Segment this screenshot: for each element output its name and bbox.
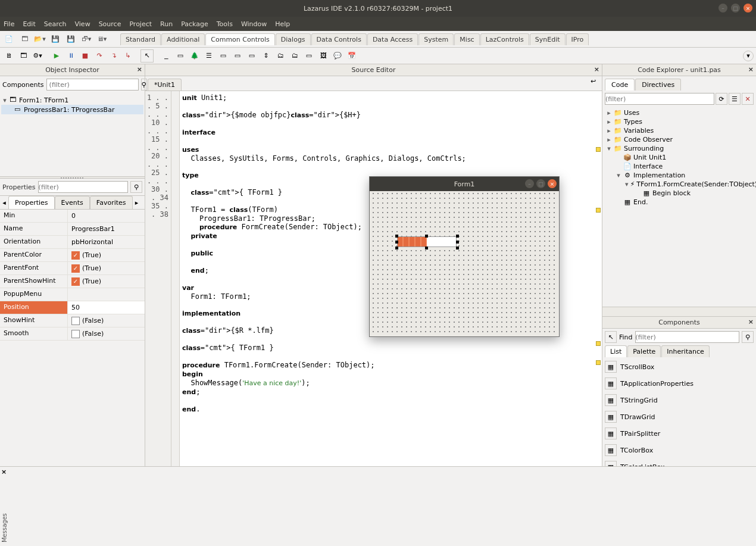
tab-ipro[interactable]: IPro (566, 33, 589, 45)
menu-project[interactable]: Project (129, 20, 152, 28)
ce-node[interactable]: ▸📁Types (605, 117, 754, 126)
comp-coolbar-icon[interactable]: ▭ (245, 49, 258, 63)
ce-node[interactable]: ▸📁Code Observer (605, 135, 754, 144)
tab-standard[interactable]: Standard (120, 33, 161, 45)
messages-close-icon[interactable]: × (1, 468, 7, 476)
component-item[interactable]: ▦TDrawGrid (604, 408, 755, 425)
designer-progressbar[interactable] (397, 236, 457, 247)
tab-data-access[interactable]: Data Access (367, 33, 418, 45)
sel-handle-sw[interactable] (395, 247, 398, 249)
build-mode-icon[interactable]: 🖥▾ (95, 33, 108, 46)
menu-run[interactable]: Run (160, 20, 173, 28)
comp-pagecontrol-icon[interactable]: 🗂 (274, 49, 287, 63)
ce-node[interactable]: ▸📁Uses (605, 108, 754, 117)
ce-node[interactable]: ▾⚡TForm1.FormCreate(Sender:TObject) (605, 180, 754, 189)
menu-package[interactable]: Package (181, 20, 208, 28)
prop-row-name[interactable]: NameProgressBar1 (0, 223, 145, 236)
step-into-icon[interactable]: ↴ (107, 49, 120, 63)
ce-refresh-icon[interactable]: ⟳ (716, 93, 727, 105)
tree-node-form1[interactable]: Form1: TForm1 (19, 96, 68, 104)
pause-icon[interactable]: ⏸ (64, 49, 77, 63)
prop-row-showhint[interactable]: ShowHint(False) (0, 314, 145, 327)
form-designer-window[interactable]: Form1 – □ × (369, 176, 560, 337)
proptab-left-icon[interactable]: ◂ (0, 196, 8, 209)
comp-headercontrol-icon[interactable]: ▭ (302, 49, 315, 63)
menu-search[interactable]: Search (44, 20, 67, 28)
step-over-icon[interactable]: ↷ (93, 49, 106, 63)
close-icon[interactable]: × (743, 4, 752, 13)
tab-misc[interactable]: Misc (454, 33, 479, 45)
palette-pointer-icon[interactable]: ↖ (140, 49, 154, 63)
run-icon[interactable]: ▶ (50, 49, 63, 63)
component-item[interactable]: ▦TApplicationProperties (604, 375, 755, 392)
comp-updown-icon[interactable]: ⇕ (260, 49, 273, 63)
save-all-icon[interactable]: 💾 (64, 33, 77, 46)
ce-node[interactable]: 📦Unit Unit1 (605, 153, 754, 162)
messages-panel[interactable]: × Messages (0, 466, 756, 546)
ce-clear-icon[interactable]: ✕ (742, 93, 754, 105)
tab-additional[interactable]: Additional (161, 33, 205, 45)
menu-window[interactable]: Window (241, 20, 267, 28)
tree-node-progressbar1[interactable]: ProgressBar1: TProgressBar (24, 106, 114, 114)
ce-tab-code[interactable]: Code (605, 79, 635, 91)
sel-handle-se[interactable] (456, 247, 459, 249)
menu-edit[interactable]: Edit (23, 20, 35, 28)
components-panel-close-icon[interactable]: × (748, 318, 754, 326)
tab-synedit[interactable]: SynEdit (530, 33, 566, 45)
comp-trackbar-icon[interactable]: ⎯ (160, 49, 173, 63)
ce-node[interactable]: ▾⚙Implementation (605, 171, 754, 180)
source-editor-close-icon[interactable]: × (594, 65, 599, 73)
ce-node[interactable]: ▦End. (605, 198, 754, 207)
components-filter-input[interactable] (46, 79, 139, 91)
comp-datetimepicker-icon[interactable]: 📅 (345, 49, 358, 63)
prop-row-min[interactable]: Min0 (0, 210, 145, 223)
ce-node[interactable]: ▸📁Variables (605, 126, 754, 135)
ce-tab-directives[interactable]: Directives (635, 79, 681, 91)
sel-handle-nw[interactable] (395, 235, 398, 238)
sel-handle-n[interactable] (425, 235, 428, 238)
component-item[interactable]: ▦TPairSplitter (604, 425, 755, 442)
sel-handle-ne[interactable] (456, 235, 459, 238)
editor-tab-unit1[interactable]: *Unit1 (148, 79, 182, 91)
prop-row-smooth[interactable]: Smooth(False) (0, 327, 145, 341)
ce-node[interactable]: ▦Begin block (605, 189, 754, 198)
comp-listview-icon[interactable]: ☰ (202, 49, 215, 63)
cp-tab-palette[interactable]: Palette (627, 345, 661, 357)
palette-more-icon[interactable]: ▾ (743, 51, 754, 61)
comp-toolbar-icon[interactable]: ▭ (231, 49, 244, 63)
new-unit-icon[interactable]: 📄 (2, 33, 15, 46)
save-icon[interactable]: 💾 (49, 33, 62, 46)
tab-lazcontrols[interactable]: LazControls (480, 33, 529, 45)
ce-options-icon[interactable]: ☰ (729, 93, 741, 105)
prop-row-parentshowhint[interactable]: ParentShowHint(True) (0, 275, 145, 288)
component-tree[interactable]: ▾🗔 Form1: TForm1 ▭ ProgressBar1: TProgre… (0, 93, 145, 176)
prop-row-parentcolor[interactable]: ParentColor(True) (0, 249, 145, 262)
prop-row-parentfont[interactable]: ParentFont(True) (0, 262, 145, 275)
maximize-icon[interactable]: □ (731, 4, 740, 13)
comp-progressbar-icon[interactable]: ▭ (174, 49, 187, 63)
proptab-properties[interactable]: Properties (8, 196, 55, 209)
view-units-icon[interactable]: 🗎 (2, 49, 15, 63)
proptab-events[interactable]: Events (55, 196, 90, 209)
component-item[interactable]: ▦TScrollBox (604, 358, 755, 375)
form-close-icon[interactable]: × (548, 179, 557, 188)
code-explorer-close-icon[interactable]: × (748, 65, 754, 73)
property-grid[interactable]: Min0NameProgressBar1OrientationpbHorizon… (0, 209, 145, 474)
proptab-favorites[interactable]: Favorites (90, 196, 133, 209)
menu-view[interactable]: View (75, 20, 90, 28)
menu-file[interactable]: File (4, 20, 14, 28)
comp-imagelist-icon[interactable]: 🖼 (317, 49, 330, 63)
sel-handle-s[interactable] (425, 247, 428, 249)
cp-pointer-icon[interactable]: ↖ (605, 331, 617, 343)
component-item[interactable]: ▦TStringGrid (604, 392, 755, 408)
tab-system[interactable]: System (418, 33, 454, 45)
form-designer-canvas[interactable] (371, 191, 558, 335)
main-titlebar[interactable]: Lazarus IDE v2.1.0 r60327:60329M - proje… (0, 0, 756, 17)
ce-node[interactable]: ▾📁Surrounding (605, 144, 754, 153)
minimize-icon[interactable]: – (718, 4, 727, 13)
menu-source[interactable]: Source (99, 20, 121, 28)
ce-filter-input[interactable] (605, 93, 714, 105)
new-form-icon[interactable]: 🗔 (18, 33, 31, 46)
properties-filter-icon[interactable]: ⚲ (130, 181, 142, 193)
prop-row-orientation[interactable]: OrientationpbHorizontal (0, 236, 145, 249)
